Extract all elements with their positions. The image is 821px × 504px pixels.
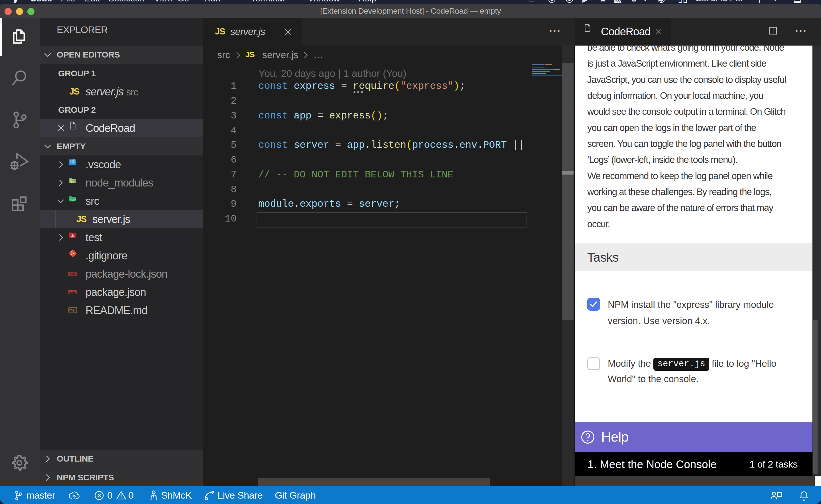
- svg-text:</>: </>: [70, 198, 76, 202]
- svg-text:js: js: [71, 180, 73, 183]
